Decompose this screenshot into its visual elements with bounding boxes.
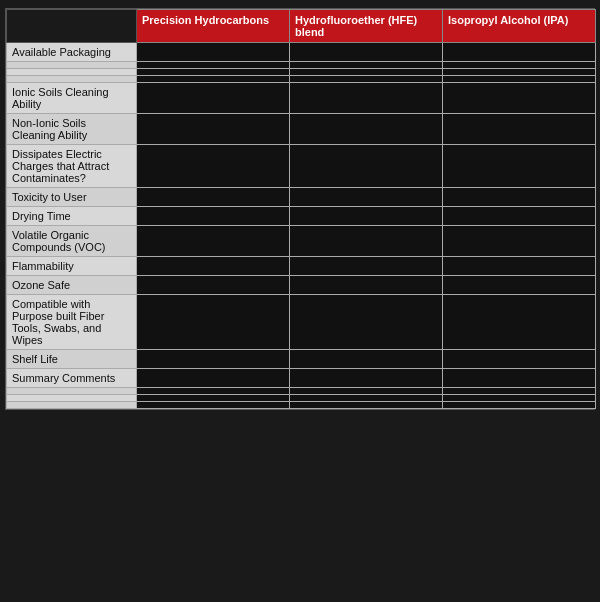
cell-ipa <box>443 276 596 295</box>
cell-precision <box>137 395 290 402</box>
row-label: Flammability <box>7 257 137 276</box>
cell-hfe <box>290 76 443 83</box>
cell-ipa <box>443 76 596 83</box>
row-label <box>7 395 137 402</box>
cell-hfe <box>290 257 443 276</box>
cell-ipa <box>443 350 596 369</box>
cell-ipa <box>443 69 596 76</box>
cell-hfe <box>290 388 443 395</box>
row-label: Ionic Soils Cleaning Ability <box>7 83 137 114</box>
cell-precision <box>137 69 290 76</box>
row-label <box>7 76 137 83</box>
cell-ipa <box>443 43 596 62</box>
cell-ipa <box>443 295 596 350</box>
cell-precision <box>137 62 290 69</box>
table-row: Ozone Safe <box>7 276 596 295</box>
cell-hfe <box>290 207 443 226</box>
table-row: Shelf Life <box>7 350 596 369</box>
cell-hfe <box>290 188 443 207</box>
cell-precision <box>137 350 290 369</box>
comparison-table: Precision Hydrocarbons Hydrofluoroether … <box>5 8 595 410</box>
row-label: Toxicity to User <box>7 188 137 207</box>
cell-ipa <box>443 395 596 402</box>
cell-precision <box>137 276 290 295</box>
table-row: Ionic Soils Cleaning Ability <box>7 83 596 114</box>
table-row <box>7 388 596 395</box>
cell-precision <box>137 402 290 409</box>
cell-hfe <box>290 69 443 76</box>
cell-precision <box>137 43 290 62</box>
header-label <box>7 10 137 43</box>
row-label: Shelf Life <box>7 350 137 369</box>
cell-hfe <box>290 226 443 257</box>
cell-precision <box>137 76 290 83</box>
cell-hfe <box>290 395 443 402</box>
table-row <box>7 395 596 402</box>
row-label: Compatible with Purpose built Fiber Tool… <box>7 295 137 350</box>
table-row: Non-Ionic Soils Cleaning Ability <box>7 114 596 145</box>
table-row <box>7 402 596 409</box>
table-row: Dissipates Electric Charges that Attract… <box>7 145 596 188</box>
cell-hfe <box>290 369 443 388</box>
cell-ipa <box>443 388 596 395</box>
header-ipa: Isopropyl Alcohol (IPA) <box>443 10 596 43</box>
cell-precision <box>137 188 290 207</box>
cell-precision <box>137 145 290 188</box>
cell-ipa <box>443 226 596 257</box>
cell-precision <box>137 207 290 226</box>
cell-ipa <box>443 369 596 388</box>
cell-ipa <box>443 145 596 188</box>
row-label: Available Packaging <box>7 43 137 62</box>
cell-precision <box>137 388 290 395</box>
cell-hfe <box>290 43 443 62</box>
table-row: Drying Time <box>7 207 596 226</box>
row-label: Drying Time <box>7 207 137 226</box>
table-row: Toxicity to User <box>7 188 596 207</box>
cell-ipa <box>443 207 596 226</box>
header-precision: Precision Hydrocarbons <box>137 10 290 43</box>
row-label: Ozone Safe <box>7 276 137 295</box>
cell-ipa <box>443 62 596 69</box>
table-row: Flammability <box>7 257 596 276</box>
cell-hfe <box>290 350 443 369</box>
cell-ipa <box>443 257 596 276</box>
row-label: Non-Ionic Soils Cleaning Ability <box>7 114 137 145</box>
cell-ipa <box>443 83 596 114</box>
row-label <box>7 402 137 409</box>
table-row: Volatile Organic Compounds (VOC) <box>7 226 596 257</box>
row-label: Dissipates Electric Charges that Attract… <box>7 145 137 188</box>
cell-hfe <box>290 295 443 350</box>
row-label <box>7 62 137 69</box>
cell-hfe <box>290 145 443 188</box>
cell-hfe <box>290 276 443 295</box>
cell-ipa <box>443 402 596 409</box>
cell-hfe <box>290 62 443 69</box>
row-label: Volatile Organic Compounds (VOC) <box>7 226 137 257</box>
cell-precision <box>137 295 290 350</box>
cell-precision <box>137 83 290 114</box>
table-row: Summary Comments <box>7 369 596 388</box>
table-row <box>7 62 596 69</box>
cell-precision <box>137 257 290 276</box>
cell-precision <box>137 114 290 145</box>
table-row: Compatible with Purpose built Fiber Tool… <box>7 295 596 350</box>
cell-hfe <box>290 402 443 409</box>
table-row <box>7 69 596 76</box>
row-label <box>7 69 137 76</box>
cell-ipa <box>443 114 596 145</box>
table-row: Available Packaging <box>7 43 596 62</box>
table-row <box>7 76 596 83</box>
cell-precision <box>137 226 290 257</box>
header-hfe: Hydrofluoroether (HFE) blend <box>290 10 443 43</box>
cell-ipa <box>443 188 596 207</box>
row-label <box>7 388 137 395</box>
cell-hfe <box>290 114 443 145</box>
row-label: Summary Comments <box>7 369 137 388</box>
cell-precision <box>137 369 290 388</box>
cell-hfe <box>290 83 443 114</box>
